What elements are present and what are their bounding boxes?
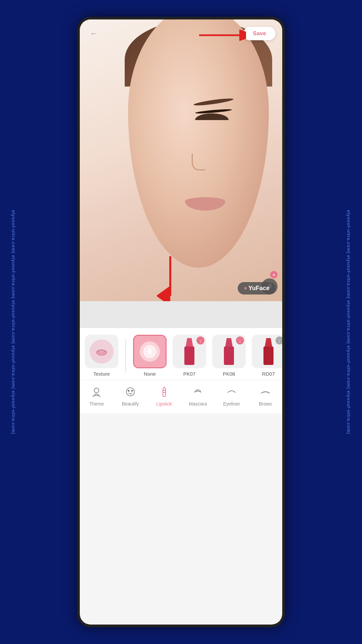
item-pk07[interactable]: ↓ PK07 [171, 335, 208, 377]
lips-icon [95, 345, 108, 358]
tab-theme[interactable]: Theme [80, 384, 114, 407]
mascara-icon [190, 384, 205, 399]
none-label: None [144, 371, 156, 377]
tab-bar: Theme Beautify [80, 380, 282, 413]
panel-grey-strip [80, 301, 282, 328]
pk08-label: PK08 [223, 371, 235, 377]
lipstick-tab-label: Lipstick [156, 401, 172, 407]
divider [125, 339, 126, 373]
yuface-brand: ♥ YuFace [238, 282, 276, 294]
item-rd07[interactable]: ↓ RD07 [250, 335, 282, 377]
svg-rect-10 [163, 392, 166, 396]
svg-point-6 [94, 388, 99, 393]
pk07-label: PK07 [183, 371, 196, 377]
items-scroll-area: Texture [80, 328, 282, 380]
mascara-tab-label: Mascara [189, 401, 207, 407]
phone-screen: ← Save × ♥ YuFace [80, 19, 282, 625]
eyeliner-icon [224, 384, 239, 399]
none-icon [140, 341, 160, 362]
rd07-body [263, 346, 274, 365]
none-icon-svg [143, 345, 157, 358]
none-thumb [133, 335, 167, 368]
pk08-download-badge: ↓ [236, 336, 244, 344]
arrow-down-indicator [157, 256, 184, 301]
back-button[interactable]: ← [86, 26, 101, 41]
tab-eyeliner[interactable]: Eyeliner [215, 384, 249, 407]
panel-area: Texture [80, 301, 282, 625]
brows-tab-label: Brows [259, 401, 272, 407]
pk08-top [225, 338, 233, 346]
rd07-thumb: ↓ [252, 335, 282, 368]
pk07-body [184, 346, 194, 365]
save-button[interactable]: Save [243, 27, 276, 40]
pk07-top [186, 338, 193, 346]
tab-beautify[interactable]: Beautify [114, 384, 147, 407]
svg-point-9 [131, 390, 133, 391]
nose [192, 154, 205, 170]
tab-mascara[interactable]: Mascara [181, 384, 215, 407]
top-navigation: ← Save [80, 19, 282, 48]
pk07-download-badge: ↓ [196, 336, 204, 344]
back-arrow-icon: ← [90, 29, 98, 38]
brows-icon [258, 384, 273, 399]
rd07-label: RD07 [262, 371, 275, 377]
svg-point-7 [126, 388, 134, 396]
heart-icon: ♥ [244, 285, 247, 291]
pk08-lipstick-shape [224, 338, 234, 365]
item-none[interactable]: None [131, 335, 168, 377]
tab-brows[interactable]: Brows [248, 384, 282, 407]
rd07-lipstick-shape [263, 338, 274, 365]
beautify-icon [123, 384, 138, 399]
pk07-thumb: ↓ [173, 335, 206, 368]
item-texture[interactable]: Texture [83, 335, 120, 377]
theme-icon [89, 384, 104, 399]
brand-name: YuFace [248, 285, 269, 292]
watermark-left: elyusuf-ultra.com| elyusuf-ultra.com| el… [0, 0, 27, 644]
svg-point-8 [128, 390, 129, 391]
beautify-tab-label: Beautify [122, 401, 139, 407]
phone-frame: ← Save × ♥ YuFace [77, 17, 285, 627]
tab-lipstick[interactable]: Lipstick [147, 384, 181, 407]
texture-label: Texture [93, 371, 110, 377]
theme-tab-label: Theme [89, 401, 104, 407]
pk08-body [224, 346, 234, 365]
texture-icon [89, 339, 114, 364]
watermark-right: elyusuf-ultra.com| elyusuf-ultra.com| el… [335, 0, 362, 644]
pk07-lipstick-shape [184, 338, 194, 365]
lipstick-tab-icon [157, 384, 172, 399]
rd07-download-badge: ↓ [276, 336, 282, 344]
eyeliner-tab-label: Eyeliner [223, 401, 240, 407]
svg-point-4 [97, 350, 107, 355]
items-row: Texture [80, 335, 282, 377]
item-pk08[interactable]: ↓ PK08 [210, 335, 247, 377]
arrow-to-save-indicator [199, 27, 246, 44]
pk08-thumb: ↓ [212, 335, 246, 368]
texture-thumb [85, 335, 118, 368]
rd07-top [265, 338, 272, 346]
yuface-close-btn[interactable]: × [270, 271, 278, 278]
photo-area: ← Save × ♥ YuFace [80, 19, 282, 301]
